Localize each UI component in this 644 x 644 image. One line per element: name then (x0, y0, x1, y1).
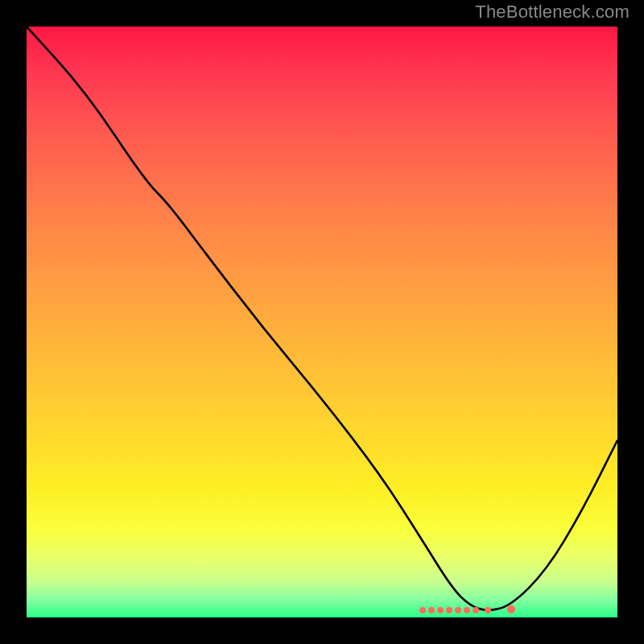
marker-dot (428, 607, 435, 613)
marker-layer (27, 27, 617, 617)
marker-dot (507, 605, 515, 613)
marker-dot (446, 607, 452, 613)
marker-dot (437, 607, 444, 613)
marker-dot (455, 607, 461, 613)
marker-dot (419, 607, 426, 613)
marker-dot (473, 607, 479, 613)
plot-area (27, 27, 617, 617)
watermark-label: TheBottleneck.com (475, 2, 630, 23)
marker-dot (485, 607, 491, 613)
chart-frame: TheBottleneck.com (0, 0, 644, 644)
marker-dot (464, 607, 470, 613)
